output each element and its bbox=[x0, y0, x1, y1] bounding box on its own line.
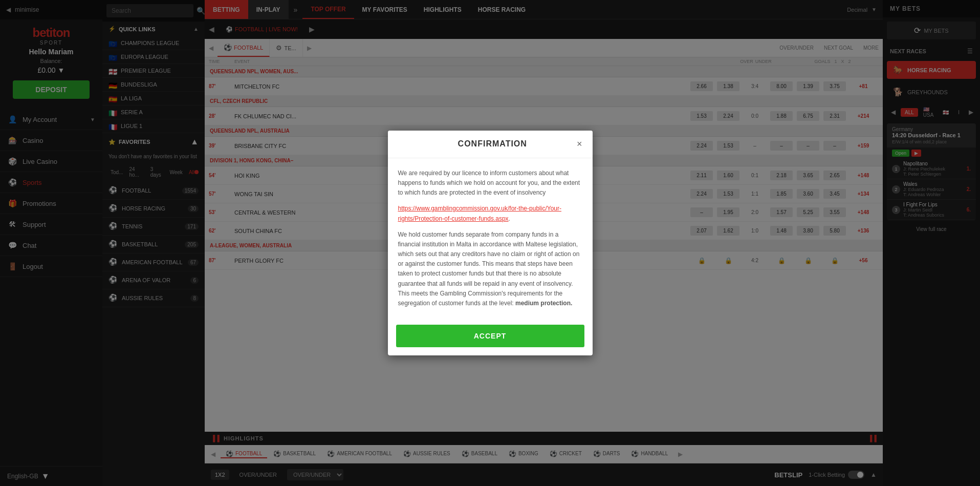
modal-link-text: https://www.gamblingcommission.gov.uk/fo… bbox=[398, 204, 582, 223]
modal-overlay: CONFIRMATION × We are required by our li… bbox=[0, 0, 980, 486]
modal-protection-level: medium protection. bbox=[515, 300, 572, 307]
confirmation-modal: CONFIRMATION × We are required by our li… bbox=[388, 131, 593, 355]
modal-close-button[interactable]: × bbox=[577, 139, 582, 150]
modal-text-1: We are required by our licence to inform… bbox=[398, 168, 582, 198]
accept-button[interactable]: ACCEPT bbox=[396, 325, 584, 347]
modal-title: CONFIRMATION bbox=[458, 139, 527, 149]
modal-text-2: We hold customer funds separate from com… bbox=[398, 230, 582, 309]
modal-link[interactable]: https://www.gamblingcommission.gov.uk/fo… bbox=[398, 205, 561, 222]
modal-body: We are required by our licence to inform… bbox=[388, 158, 593, 325]
modal-footer: ACCEPT bbox=[388, 325, 593, 355]
modal-header: CONFIRMATION × bbox=[388, 131, 593, 158]
